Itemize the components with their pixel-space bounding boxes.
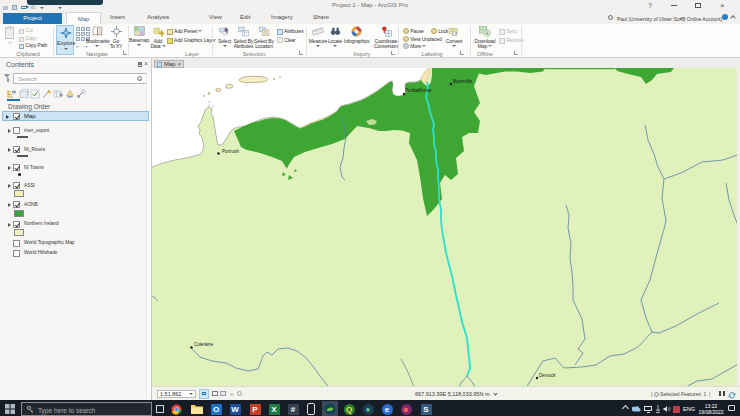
svg-text:Bushmills: Bushmills xyxy=(453,79,473,84)
svg-text:Portrush: Portrush xyxy=(222,149,240,154)
svg-text:Dervock: Dervock xyxy=(539,373,556,378)
svg-text:Portballintrae: Portballintrae xyxy=(405,88,432,93)
svg-text:Coleraine: Coleraine xyxy=(194,342,214,347)
